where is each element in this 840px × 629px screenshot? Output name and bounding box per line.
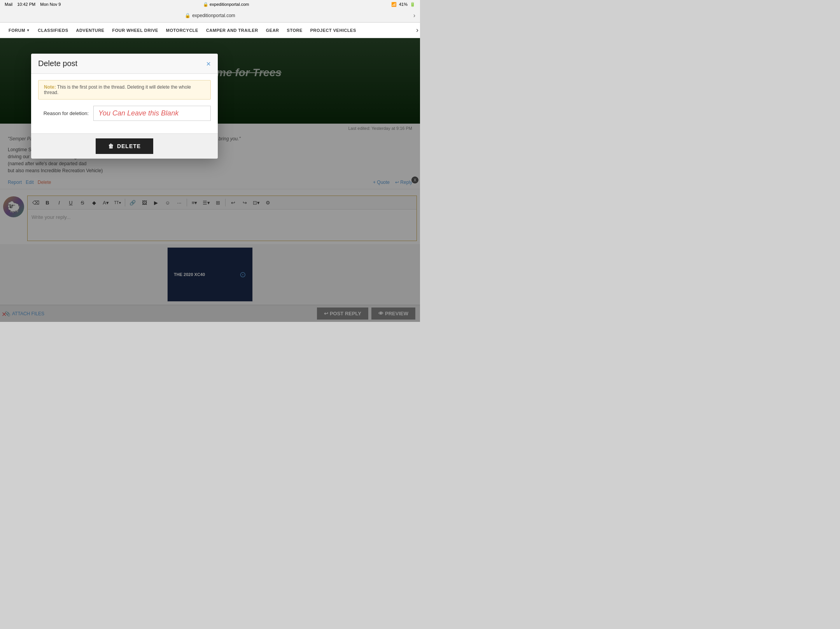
modal-note: Note: This is the first post in the thre… bbox=[38, 80, 211, 100]
nav-url-text: expeditionportal.com bbox=[192, 13, 235, 18]
nav-project-label: PROJECT VEHICLES bbox=[310, 28, 356, 33]
nav-item-project-vehicles[interactable]: PROJECT VEHICLES bbox=[306, 23, 360, 38]
battery-display: 41% bbox=[399, 2, 408, 7]
note-prefix: Note: bbox=[44, 84, 56, 90]
status-bar: Mail 10:42 PM Mon Nov 9 🔒 expeditionport… bbox=[0, 0, 420, 9]
nav-forum-label: FORUM bbox=[9, 28, 25, 33]
modal-footer: 🗑 DELETE bbox=[31, 133, 218, 159]
reason-input[interactable] bbox=[93, 106, 211, 121]
nav-store-label: STORE bbox=[287, 28, 303, 33]
nav-item-store[interactable]: STORE bbox=[283, 23, 306, 38]
nav-bar: 🔒 expeditionportal.com › bbox=[0, 9, 420, 23]
nav-forum-dropdown-icon: ▼ bbox=[26, 28, 30, 32]
nav-item-camper[interactable]: CAMPER AND TRAILER bbox=[202, 23, 262, 38]
nav-item-adventure[interactable]: ADVENTURE bbox=[72, 23, 108, 38]
battery-icon: 🔋 bbox=[410, 2, 415, 7]
nav-item-fourwheeldrive[interactable]: FOUR WHEEL DRIVE bbox=[108, 23, 162, 38]
nav-fourwheeldrive-label: FOUR WHEEL DRIVE bbox=[112, 28, 158, 33]
site-navigation: FORUM ▼ CLASSIFIEDS ADVENTURE FOUR WHEEL… bbox=[0, 23, 420, 38]
nav-classifieds-label: CLASSIFIEDS bbox=[38, 28, 68, 33]
delete-button[interactable]: 🗑 DELETE bbox=[96, 138, 153, 154]
nav-item-forum[interactable]: FORUM ▼ bbox=[5, 23, 34, 38]
site-nav-arrow[interactable]: › bbox=[416, 26, 418, 34]
nav-adventure-label: ADVENTURE bbox=[76, 28, 104, 33]
reason-label: Reason for deletion: bbox=[38, 110, 89, 116]
lock-icon: 🔒 bbox=[203, 2, 208, 7]
modal-form-row: Reason for deletion: bbox=[38, 106, 211, 121]
date-display: Mon Nov 9 bbox=[40, 2, 61, 7]
lock-nav-icon: 🔒 bbox=[185, 13, 191, 18]
wifi-icon: 📶 bbox=[391, 2, 397, 7]
time-display: 10:42 PM bbox=[17, 2, 35, 7]
status-bar-left: Mail 10:42 PM Mon Nov 9 bbox=[5, 2, 61, 7]
nav-item-gear[interactable]: GEAR bbox=[262, 23, 283, 38]
nav-gear-label: GEAR bbox=[266, 28, 279, 33]
nav-camper-label: CAMPER AND TRAILER bbox=[206, 28, 258, 33]
nav-item-motorcycle[interactable]: MOTORCYCLE bbox=[162, 23, 202, 38]
page-content: Foundations Time for Trees initiative. L… bbox=[0, 38, 420, 322]
modal-title: Delete post bbox=[38, 59, 77, 68]
trash-icon: 🗑 bbox=[108, 143, 114, 149]
modal-header: Delete post × bbox=[31, 54, 218, 74]
nav-motorcycle-label: MOTORCYCLE bbox=[166, 28, 198, 33]
modal-overlay: Delete post × Note: This is the first po… bbox=[0, 38, 420, 322]
status-bar-right: 📶 41% 🔋 bbox=[391, 2, 415, 7]
status-bar-center: 🔒 expeditionportal.com bbox=[203, 2, 249, 7]
modal-close-button[interactable]: × bbox=[206, 60, 211, 68]
url-bar[interactable]: 🔒 expeditionportal.com bbox=[185, 13, 235, 18]
modal-body: Note: This is the first post in the thre… bbox=[31, 74, 218, 133]
note-text: This is the first post in the thread. De… bbox=[44, 84, 191, 95]
nav-forward-arrow[interactable]: › bbox=[413, 12, 415, 19]
mail-indicator: Mail bbox=[5, 2, 12, 7]
delete-post-modal: Delete post × Note: This is the first po… bbox=[31, 54, 218, 159]
delete-label: DELETE bbox=[117, 143, 141, 149]
nav-item-classifieds[interactable]: CLASSIFIEDS bbox=[34, 23, 72, 38]
url-display: expeditionportal.com bbox=[210, 2, 249, 7]
